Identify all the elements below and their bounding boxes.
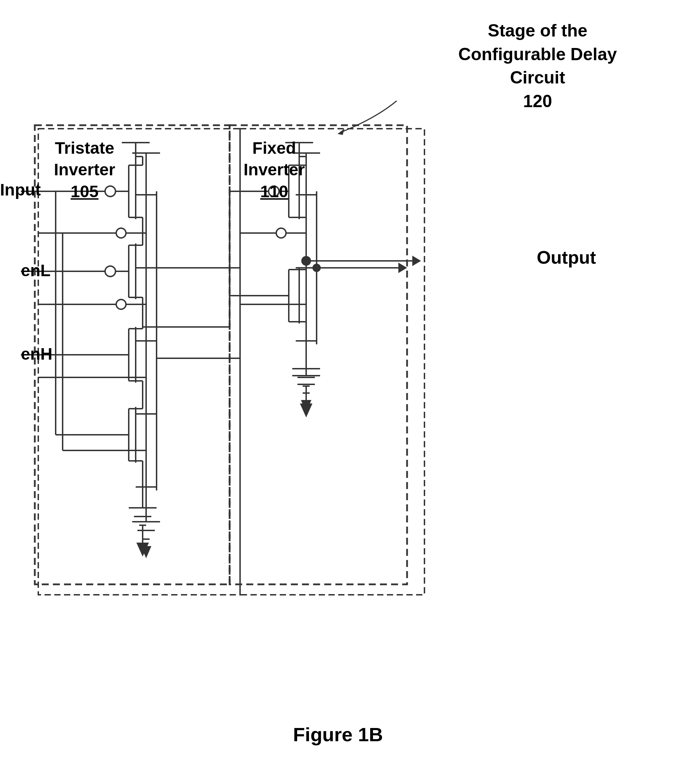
output-label: Output xyxy=(537,247,596,268)
svg-marker-138 xyxy=(300,403,312,417)
enH-label: enH xyxy=(21,344,53,364)
fixed-line1: Fixed xyxy=(243,137,305,159)
stage-line1: Stage of the xyxy=(458,19,617,43)
stage-line3: Circuit xyxy=(458,66,617,90)
page: Stage of the Configurable Delay Circuit … xyxy=(0,0,676,784)
fixed-number: 110 xyxy=(243,181,305,202)
figure-caption: Figure 1B xyxy=(0,723,676,746)
fixed-line2: Inverter xyxy=(243,159,305,180)
tristate-line1: Tristate xyxy=(54,137,115,159)
tristate-number: 105 xyxy=(54,181,115,202)
svg-marker-107 xyxy=(136,543,149,557)
svg-point-81 xyxy=(105,266,115,277)
stage-number: 120 xyxy=(458,90,617,114)
enL-label: enL xyxy=(21,261,50,280)
tristate-line2: Inverter xyxy=(54,159,115,180)
fixed-label: Fixed Inverter 110 xyxy=(243,137,305,202)
stage-line2: Configurable Delay xyxy=(458,43,617,67)
svg-marker-144 xyxy=(412,256,421,266)
input-label: Input xyxy=(0,180,41,199)
tristate-label: Tristate Inverter 105 xyxy=(54,137,115,202)
stage-label: Stage of the Configurable Delay Circuit … xyxy=(458,19,617,113)
